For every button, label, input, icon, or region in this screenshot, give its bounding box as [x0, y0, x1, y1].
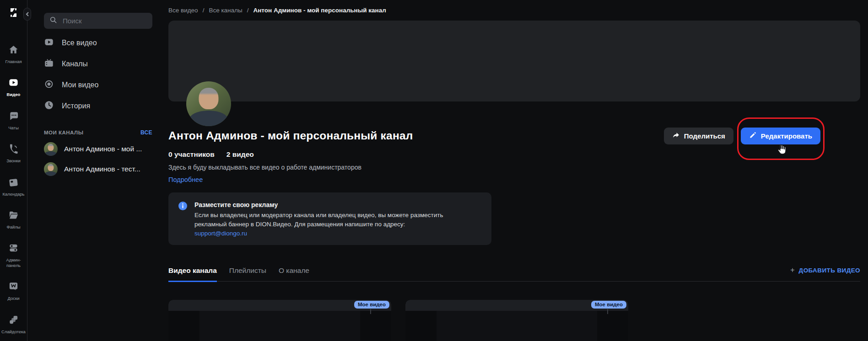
video-card[interactable]: Мое видео [168, 300, 391, 341]
app-window: Главная Видео Чаты Звонки Календарь Файл… [0, 0, 868, 341]
video-sidebar: Все видео Каналы Мои видео История МОИ К… [27, 0, 167, 341]
my-video-badge: Мое видео [591, 301, 626, 309]
rail-item-video[interactable]: Видео [0, 77, 27, 97]
badge-pointer [607, 309, 608, 314]
sidebar-channel-item[interactable]: Антон Админов - тест... [44, 162, 152, 176]
breadcrumb-all-videos[interactable]: Все видео [168, 7, 198, 14]
search-box[interactable] [44, 13, 152, 29]
channel-actions: Поделиться Редактировать [664, 128, 820, 144]
channel-stats: 0 участников 2 видео [168, 150, 860, 159]
ad-notice-content: Разместите свою рекламу Если вы владелец… [194, 201, 474, 237]
sidebar-menu: Все видео Каналы Мои видео История [44, 36, 152, 113]
chat-icon [8, 111, 19, 123]
share-button[interactable]: Поделиться [664, 128, 733, 144]
my-channels-label: МОИ КАНАЛЫ [44, 130, 83, 135]
breadcrumb-all-channels[interactable]: Все каналы [209, 7, 242, 14]
boards-icon [8, 281, 19, 293]
tab-about[interactable]: О канале [279, 266, 309, 282]
rail-item-home[interactable]: Главная [0, 44, 27, 64]
tab-playlists[interactable]: Плейлисты [229, 266, 266, 282]
video-card[interactable]: Мое видео [405, 300, 628, 341]
badge-pointer [370, 309, 371, 314]
channel-avatar [44, 162, 58, 176]
tab-channel-videos[interactable]: Видео канала [168, 266, 217, 282]
sidebar-item-history[interactable]: История [44, 99, 152, 113]
support-email-link[interactable]: support@diongo.ru [194, 230, 247, 237]
channel-avatar [44, 142, 58, 156]
share-icon [672, 131, 680, 140]
play-icon [44, 37, 54, 49]
channel-header: Антон Админов - мой персональный канал П… [168, 127, 860, 144]
channel-tabs: Видео канала Плейлисты О канале [168, 266, 309, 281]
ad-notice-title: Разместите свою рекламу [194, 201, 474, 208]
info-icon [178, 202, 187, 210]
search-input[interactable] [62, 16, 147, 25]
search-icon [49, 16, 57, 26]
more-link[interactable]: Подробнее [168, 176, 860, 183]
video-icon [8, 77, 19, 90]
breadcrumb-separator: / [247, 7, 249, 14]
home-icon [8, 44, 19, 57]
sidebar-channel-item[interactable]: Антон Админов - мой ... [44, 142, 152, 156]
breadcrumb: Все видео / Все каналы / Антон Админов -… [168, 0, 860, 14]
members-count: 0 участников [168, 150, 215, 159]
folder-icon [8, 210, 19, 222]
my-video-badge: Мое видео [354, 301, 389, 309]
main-content: Все видео / Все каналы / Антон Админов -… [167, 0, 868, 341]
chevron-left-icon [26, 10, 29, 18]
tv-icon [44, 58, 54, 70]
history-icon [44, 100, 54, 112]
breadcrumb-separator: / [203, 7, 205, 14]
videos-count: 2 видео [226, 150, 254, 159]
slides-icon [8, 314, 19, 327]
plus-icon: + [790, 266, 794, 274]
rail-item-files[interactable]: Файлы [0, 210, 27, 229]
calendar-icon [8, 177, 19, 189]
channel-description: Здесь я буду выкладывать все видео о раб… [168, 164, 860, 171]
rail-item-admin-panel[interactable]: Админ-панель [0, 243, 27, 268]
edit-button-area: Редактировать [741, 128, 820, 144]
channel-profile-avatar[interactable] [186, 81, 231, 126]
channel-banner [168, 21, 860, 101]
sidebar-item-channels[interactable]: Каналы [44, 57, 152, 71]
rail-item-chats[interactable]: Чаты [0, 111, 27, 130]
record-icon [44, 79, 54, 91]
pencil-icon [749, 131, 757, 140]
channel-title: Антон Админов - мой персональный канал [168, 129, 413, 142]
rail-item-boards[interactable]: Доски [0, 281, 27, 301]
rail-item-calls[interactable]: Звонки [0, 144, 27, 163]
rail-item-slides[interactable]: Слайдотека [0, 314, 27, 334]
dion-logo[interactable] [7, 6, 20, 19]
ad-notice-body: Если вы владелец или модератор канала ил… [194, 211, 474, 229]
video-grid: Мое видео Мое видео [168, 300, 860, 341]
toggles-icon [8, 243, 19, 255]
ad-notice-banner: Разместите свою рекламу Если вы владелец… [168, 192, 491, 245]
phone-icon [8, 144, 19, 156]
add-video-button[interactable]: + ДОБАВИТЬ ВИДЕО [790, 266, 860, 281]
app-rail: Главная Видео Чаты Звонки Календарь Файл… [0, 0, 27, 341]
sidebar-item-all-videos[interactable]: Все видео [44, 36, 152, 50]
rail-item-calendar[interactable]: Календарь [0, 177, 27, 197]
my-channels-header: МОИ КАНАЛЫ ВСЕ [44, 129, 152, 136]
sidebar-item-my-videos[interactable]: Мои видео [44, 78, 152, 92]
my-channels-all-link[interactable]: ВСЕ [140, 129, 152, 136]
sidebar-collapse-button[interactable] [23, 8, 31, 21]
channel-tabs-bar: Видео канала Плейлисты О канале + ДОБАВИ… [168, 266, 860, 282]
breadcrumb-current-channel: Антон Админов - мой персональный канал [253, 7, 386, 14]
edit-button[interactable]: Редактировать [741, 128, 820, 144]
